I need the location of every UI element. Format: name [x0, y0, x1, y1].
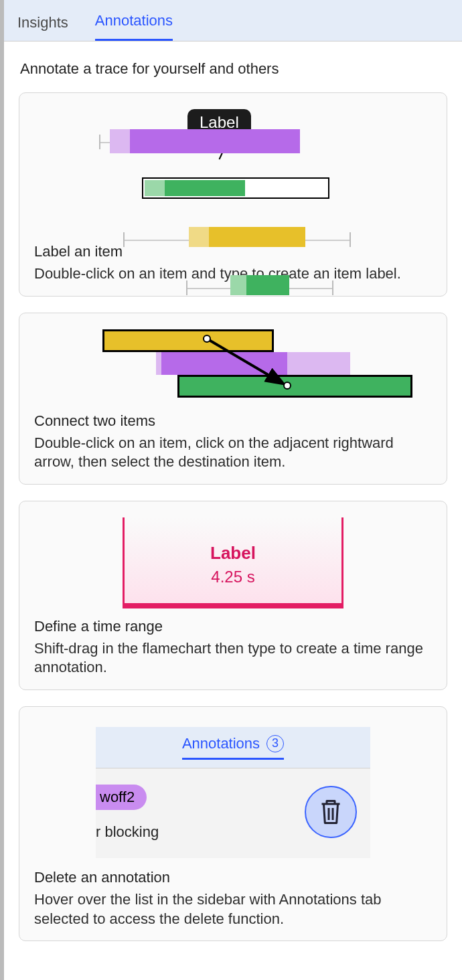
- card-desc: Hover over the list in the sidebar with …: [34, 890, 432, 928]
- illustration-time-range: Label 4.25 s: [123, 517, 343, 608]
- page-title: Annotate a trace for yourself and others: [20, 60, 447, 78]
- card-label-item: Label: [19, 92, 447, 297]
- card-title: Connect two items: [34, 412, 432, 430]
- range-time: 4.25 s: [125, 568, 341, 586]
- card-connect-items: Connect two items Double-click on an ite…: [19, 313, 447, 485]
- annotation-count-badge: 3: [266, 735, 284, 752]
- illustration-delete-annotation: Annotations 3 woff2 r blocking: [96, 727, 370, 858]
- tabbar: Insights Annotations: [4, 0, 462, 42]
- trash-icon: [318, 798, 343, 826]
- card-desc: Double-click on an item, click on the ad…: [34, 434, 432, 472]
- tab-annotations[interactable]: Annotations: [95, 12, 173, 41]
- card-desc: Shift-drag in the flamechart then type t…: [34, 639, 432, 677]
- annotation-tag: woff2: [96, 785, 147, 810]
- svg-line-0: [207, 339, 282, 383]
- tab-insights[interactable]: Insights: [17, 14, 68, 41]
- illustration-label-item: Label: [99, 109, 367, 230]
- connect-dst-dot: [283, 382, 291, 390]
- range-label: Label: [125, 543, 341, 564]
- illustration-connect-items: [102, 329, 364, 403]
- card-title: Delete an annotation: [34, 869, 432, 886]
- card-delete-annotation: Annotations 3 woff2 r blocking: [19, 706, 447, 941]
- card-time-range: Label 4.25 s Define a time range Shift-d…: [19, 501, 447, 690]
- panel-tab-annotations[interactable]: Annotations 3: [182, 735, 284, 760]
- delete-annotation-button[interactable]: [305, 786, 357, 838]
- connect-src-dot: [203, 335, 211, 343]
- panel-tab-label: Annotations: [182, 735, 260, 752]
- card-title: Define a time range: [34, 618, 432, 635]
